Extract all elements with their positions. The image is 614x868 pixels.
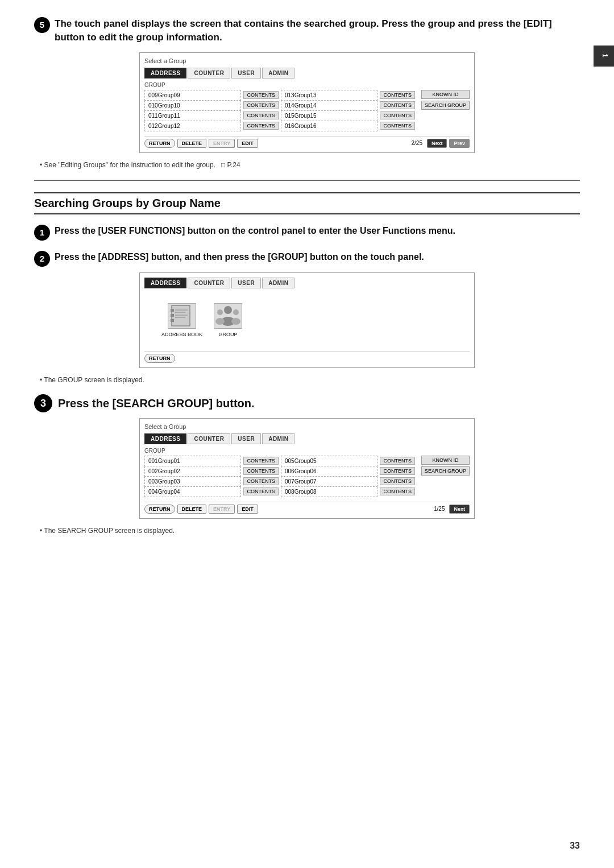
group-name: 015Group15 [281,110,377,121]
side-buttons-3: KNOWN ID SEARCH GROUP [421,456,470,499]
group-name: 002Group02 [145,466,241,476]
prev-btn[interactable]: Prev [449,139,470,148]
group-name: 003Group03 [145,476,241,486]
delete-btn-3[interactable]: DELETE [177,505,207,514]
group-name: 008Group08 [281,486,377,497]
side-buttons-1: KNOWN ID SEARCH GROUP [421,90,470,134]
next-btn-3[interactable]: Next [449,505,470,514]
contents-btn[interactable]: CONTENTS [380,91,415,99]
group-name: 013Group13 [281,90,377,100]
next-btn[interactable]: Next [427,139,447,148]
contents-btn[interactable]: CONTENTS [243,101,279,109]
table-row: 004Group04 CONTENTS 008Group08 CONTENTS [145,486,418,497]
tab-user[interactable]: USER [231,68,261,78]
page-container: 1 5 The touch panel displays the screen … [0,0,614,868]
svg-point-11 [215,318,225,325]
screen1-mockup: Select a Group ADDRESS COUNTER USER ADMI… [139,52,475,153]
return-btn-3[interactable]: RETURN [144,505,175,514]
known-id-btn-3[interactable]: KNOWN ID [421,456,470,465]
svg-point-8 [224,306,232,314]
screen1-tab-bar: ADDRESS COUNTER USER ADMIN [144,68,470,78]
table-row: 012Group12 CONTENTS 016Group16 CONTENTS [145,121,418,131]
tab-address-2[interactable]: ADDRESS [144,278,186,288]
step2-row: 2 Press the [ADDRESS] button, and then p… [34,251,580,267]
step1-row: 1 Press the [USER FUNCTIONS] button on t… [34,225,580,241]
address-book-icon-box: ADDRESS BOOK [161,303,202,337]
bottom-bar-3: RETURN DELETE ENTRY EDIT 1/25 Next [144,502,470,514]
table-row: 002Group02 CONTENTS 006Group06 CONTENTS [145,466,418,476]
group-icon-box: GROUP [214,303,242,337]
step5-block: 5 The touch panel displays the screen th… [34,17,580,169]
svg-rect-2 [171,314,174,317]
step2-number: 2 [34,251,50,267]
table-row: 010Group10 CONTENTS 014Group14 CONTENTS [145,100,418,110]
tab-admin[interactable]: ADMIN [262,68,294,78]
svg-rect-3 [171,319,174,322]
group-name: 012Group12 [145,121,241,131]
table-row: 003Group03 CONTENTS 007Group07 CONTENTS [145,476,418,486]
tab-user-2[interactable]: USER [231,278,261,288]
icon-screen: ADDRESS BOOK GROUP [144,292,470,349]
edit-btn[interactable]: EDIT [237,139,258,148]
group-table-3: 001Group01 CONTENTS 005Group05 CONTENTS … [144,456,418,497]
contents-btn[interactable]: CONTENTS [380,467,415,475]
search-group-btn-3[interactable]: SEARCH GROUP [421,466,470,476]
step3-block: 3 Press the [SEARCH GROUP] button. Selec… [34,394,580,535]
entry-btn[interactable]: ENTRY [209,139,235,148]
tab-counter[interactable]: COUNTER [188,68,230,78]
contents-btn[interactable]: CONTENTS [243,487,279,495]
table-row: 011Group11 CONTENTS 015Group15 CONTENTS [145,110,418,121]
step1-number: 1 [34,225,50,241]
contents-btn[interactable]: CONTENTS [380,457,415,465]
contents-btn[interactable]: CONTENTS [243,122,279,130]
contents-btn[interactable]: CONTENTS [380,101,415,109]
side-tab: 1 [594,46,614,67]
address-book-label: ADDRESS BOOK [161,332,202,337]
step3-row: 3 Press the [SEARCH GROUP] button. [34,394,580,412]
known-id-btn[interactable]: KNOWN ID [421,90,470,99]
bottom-bar-1: RETURN DELETE ENTRY EDIT 2/25 Next Prev [144,136,470,148]
return-btn[interactable]: RETURN [144,139,175,148]
contents-btn[interactable]: CONTENTS [243,477,279,485]
table-row: 001Group01 CONTENTS 005Group05 CONTENTS [145,456,418,466]
contents-btn[interactable]: CONTENTS [243,91,279,99]
group-label-3: GROUP [144,448,470,454]
tab-counter-2[interactable]: COUNTER [188,278,230,288]
group-name: 014Group14 [281,100,377,110]
edit-btn-3[interactable]: EDIT [237,505,258,514]
tab-admin-2[interactable]: ADMIN [262,278,294,288]
search-group-btn[interactable]: SEARCH GROUP [421,101,470,110]
page-count-3: 1/25 [434,506,445,512]
tab-counter-3[interactable]: COUNTER [188,433,230,444]
tab-address-3[interactable]: ADDRESS [144,433,186,444]
tab-user-3[interactable]: USER [231,433,261,444]
return-btn-2[interactable]: RETURN [144,354,175,363]
delete-btn[interactable]: DELETE [177,139,207,148]
address-book-icon[interactable] [168,303,196,329]
group-name: 016Group16 [281,121,377,131]
screen2-note: The GROUP screen is displayed. [34,376,580,384]
group-label-icon: GROUP [219,332,238,337]
page-number: 33 [570,841,580,851]
group-name: 011Group11 [145,110,241,121]
group-name: 006Group06 [281,466,377,476]
screen3-tab-bar: ADDRESS COUNTER USER ADMIN [144,433,470,444]
return-bar-2: RETURN [144,351,470,363]
contents-btn[interactable]: CONTENTS [243,457,279,465]
group-table-1: 009Group09 CONTENTS 013Group13 CONTENTS … [144,90,418,131]
tab-admin-3[interactable]: ADMIN [262,433,294,444]
step5-note: See "Editing Groups" for the instruction… [34,161,580,169]
contents-btn[interactable]: CONTENTS [243,467,279,475]
contents-btn[interactable]: CONTENTS [380,477,415,485]
contents-btn[interactable]: CONTENTS [243,111,279,119]
tab-address[interactable]: ADDRESS [144,68,186,78]
step5-text: The touch panel displays the screen that… [55,17,580,44]
step5-number: 5 [34,17,50,33]
group-icon[interactable] [214,303,242,329]
section-divider [34,180,580,181]
contents-btn[interactable]: CONTENTS [380,122,415,130]
svg-rect-1 [171,309,174,312]
contents-btn[interactable]: CONTENTS [380,111,415,119]
entry-btn-3[interactable]: ENTRY [209,505,235,514]
contents-btn[interactable]: CONTENTS [380,487,415,495]
